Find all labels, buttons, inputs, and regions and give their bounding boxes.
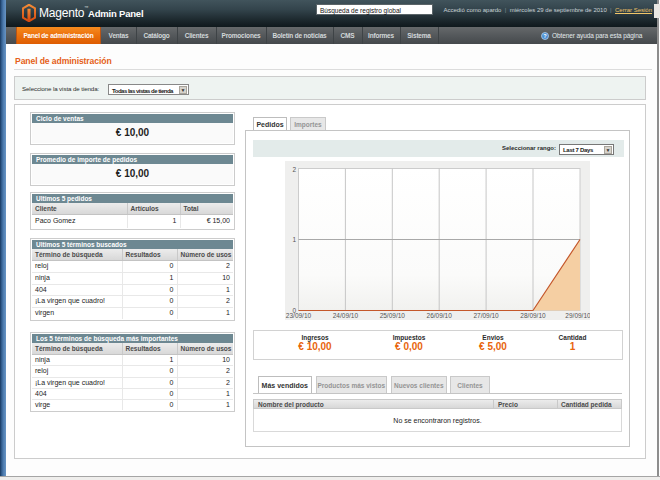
- svg-text:25/09/10: 25/09/10: [380, 312, 406, 319]
- svg-text:28/09/10: 28/09/10: [520, 312, 546, 319]
- svg-text:26/09/10: 26/09/10: [427, 312, 453, 319]
- svg-text:29/09/10: 29/09/10: [565, 312, 590, 319]
- svg-text:24/09/10: 24/09/10: [333, 312, 359, 319]
- svg-text:27/09/10: 27/09/10: [473, 312, 499, 319]
- svg-text:23/09/10: 23/09/10: [286, 312, 312, 319]
- svg-text:1: 1: [292, 236, 296, 243]
- svg-text:2: 2: [292, 166, 296, 173]
